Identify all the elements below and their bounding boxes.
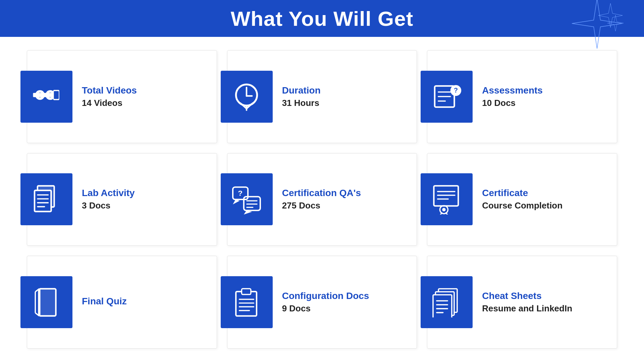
assessments-subtitle: 10 Docs [482, 98, 543, 108]
total-videos-icon-box [20, 71, 72, 123]
lab-activity-subtitle: 3 Docs [82, 200, 135, 211]
configuration-docs-subtitle: 9 Docs [282, 303, 369, 314]
svg-point-40 [442, 208, 445, 211]
cheat-sheets-text: Cheat SheetsResume and LinkedIn [482, 291, 572, 314]
svg-marker-29 [233, 199, 239, 204]
card-assessments: ? Assessments10 Docs [427, 50, 617, 143]
card-cheat-sheets: Cheat SheetsResume and LinkedIn [427, 256, 617, 349]
configuration-docs-icon-box [221, 276, 273, 328]
cheat-sheets-subtitle: Resume and LinkedIn [482, 303, 572, 314]
card-final-quiz: Final Quiz [27, 256, 217, 349]
svg-rect-22 [35, 190, 51, 212]
assessments-text: Assessments10 Docs [482, 85, 543, 108]
certificate-title: Certificate [482, 188, 562, 198]
duration-text: Duration31 Hours [282, 85, 321, 108]
configuration-docs-title: Configuration Docs [282, 291, 369, 301]
card-duration: Duration31 Hours [227, 50, 417, 143]
total-videos-subtitle: 14 Videos [82, 98, 137, 108]
card-certification-qa: ? Certification QA's275 Docs [227, 153, 417, 246]
card-certificate: CertificateCourse Completion [427, 153, 617, 246]
certification-qa-title: Certification QA's [282, 188, 361, 198]
card-total-videos: Total Videos14 Videos [27, 50, 217, 143]
certification-qa-text: Certification QA's275 Docs [282, 188, 361, 211]
lab-activity-text: Lab Activity3 Docs [82, 188, 135, 211]
star-decoration-icon [570, 0, 624, 50]
assessments-icon-box: ? [421, 71, 473, 123]
total-videos-title: Total Videos [82, 85, 137, 96]
page-header: What You Will Get [0, 0, 644, 37]
duration-subtitle: 31 Hours [282, 98, 321, 108]
svg-rect-6 [54, 91, 58, 99]
svg-rect-45 [40, 289, 55, 315]
assessments-title: Assessments [482, 85, 543, 96]
svg-text:?: ? [238, 189, 243, 197]
certificate-text: CertificateCourse Completion [482, 188, 562, 211]
certification-qa-subtitle: 275 Docs [282, 200, 361, 211]
lab-activity-icon-box [20, 173, 72, 225]
certificate-icon-box [421, 173, 473, 225]
certificate-subtitle: Course Completion [482, 200, 562, 211]
page-title: What You Will Get [231, 7, 414, 31]
svg-text:?: ? [454, 87, 458, 94]
configuration-docs-text: Configuration Docs9 Docs [282, 291, 369, 314]
final-quiz-title: Final Quiz [82, 296, 127, 307]
svg-rect-49 [236, 292, 257, 316]
duration-icon-box [221, 71, 273, 123]
certification-qa-icon-box: ? [221, 173, 273, 225]
cards-grid: Total Videos14 Videos Duration31 Hours ?… [0, 37, 644, 362]
cheat-sheets-icon-box [421, 276, 473, 328]
svg-rect-57 [433, 295, 452, 317]
card-configuration-docs: Configuration Docs9 Docs [227, 256, 417, 349]
lab-activity-title: Lab Activity [82, 188, 135, 198]
final-quiz-text: Final Quiz [82, 296, 127, 309]
total-videos-text: Total Videos14 Videos [82, 85, 137, 108]
duration-title: Duration [282, 85, 321, 96]
card-lab-activity: Lab Activity3 Docs [27, 153, 217, 246]
cheat-sheets-title: Cheat Sheets [482, 291, 572, 301]
final-quiz-icon-box [20, 276, 72, 328]
svg-rect-50 [242, 289, 251, 294]
